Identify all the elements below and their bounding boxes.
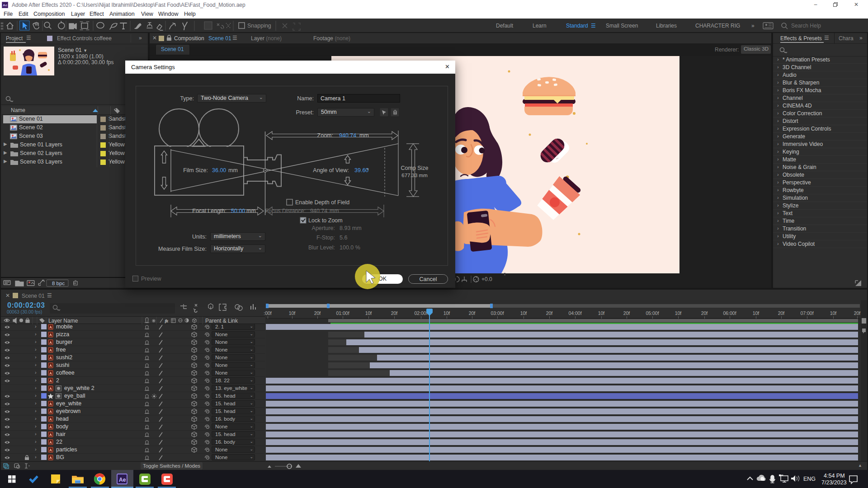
svg-text:Lock to Zoom: Lock to Zoom [308, 217, 343, 224]
svg-text:+0.0: +0.0 [481, 276, 492, 282]
svg-text:940.74: 940.74 [339, 132, 356, 139]
svg-text:36.00: 36.00 [212, 167, 226, 174]
svg-text:Enable Depth of Field: Enable Depth of Field [295, 199, 349, 206]
svg-text:ENG: ENG [803, 476, 816, 482]
svg-text:940.74: 940.74 [310, 208, 327, 214]
svg-text:50.00: 50.00 [231, 208, 245, 214]
svg-text:Snapping: Snapping [247, 23, 271, 29]
svg-text:Focus Distance:: Focus Distance: [265, 208, 306, 214]
svg-text:Angle of View:: Angle of View: [313, 167, 349, 174]
svg-text:Comp Size: Comp Size [401, 165, 428, 171]
svg-text:fx: fx [165, 319, 168, 323]
svg-text:mm: mm [359, 132, 369, 139]
svg-text:Focal Length:: Focal Length: [192, 208, 226, 214]
svg-text:Film Size:: Film Size: [183, 167, 208, 174]
svg-text:F-Stop:: F-Stop: [316, 235, 335, 241]
svg-text:8.93 mm: 8.93 mm [340, 225, 362, 231]
svg-text:Zoom:: Zoom: [317, 132, 333, 139]
svg-text:°: ° [367, 167, 369, 174]
svg-text:mm: mm [330, 208, 339, 214]
svg-text:100.0 %: 100.0 % [340, 244, 360, 251]
svg-text:Blur Level:: Blur Level: [308, 244, 335, 251]
svg-text:mm: mm [246, 208, 256, 214]
svg-text:mm: mm [228, 167, 238, 174]
svg-text:Aperture:: Aperture: [312, 225, 335, 231]
svg-text:7/23/2023: 7/23/2023 [821, 479, 847, 486]
svg-text:4:54 PM: 4:54 PM [824, 473, 845, 479]
svg-text:677.33 mm: 677.33 mm [401, 173, 428, 178]
svg-text:Ae: Ae [119, 477, 126, 483]
svg-text:5.6: 5.6 [340, 235, 347, 241]
svg-text:8 bpc: 8 bpc [52, 281, 65, 286]
